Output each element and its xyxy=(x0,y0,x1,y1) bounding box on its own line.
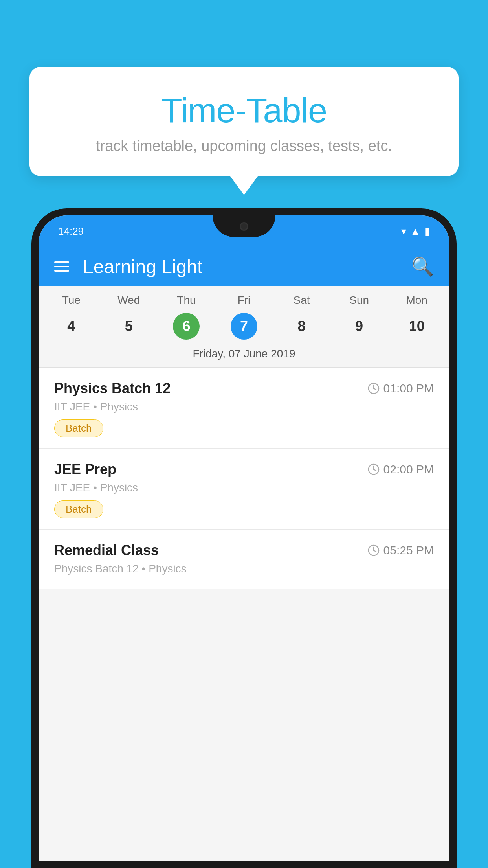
hamburger-line xyxy=(54,261,69,263)
hamburger-line xyxy=(54,270,69,272)
calendar-strip: Tue Wed Thu Fri Sat Sun Mon 4 5 xyxy=(39,286,449,367)
phone-inner: 14:29 ▾ ▲ ▮ Learning Light 🔍 xyxy=(39,215,449,861)
schedule-item-1[interactable]: Physics Batch 12 01:00 PM IIT JEE • Phys… xyxy=(39,368,449,449)
date-4[interactable]: 4 xyxy=(42,313,100,340)
schedule-time-text-3: 05:25 PM xyxy=(383,544,434,557)
app-title: Learning Light xyxy=(83,256,398,278)
day-name-sun: Sun xyxy=(330,294,388,307)
day-name-fri: Fri xyxy=(215,294,273,307)
selected-date-label: Friday, 07 June 2019 xyxy=(39,344,449,367)
tooltip-title: Time-Table xyxy=(49,90,439,131)
status-icons: ▾ ▲ ▮ xyxy=(401,225,430,237)
tooltip-subtitle: track timetable, upcoming classes, tests… xyxy=(49,138,439,154)
day-name-mon: Mon xyxy=(388,294,446,307)
svg-line-8 xyxy=(374,550,376,552)
schedule-name-3: Remedial Class xyxy=(54,542,159,559)
battery-icon: ▮ xyxy=(424,225,430,237)
calendar-days-header: Tue Wed Thu Fri Sat Sun Mon xyxy=(39,286,449,310)
schedule-name-2: JEE Prep xyxy=(54,461,116,478)
hamburger-line xyxy=(54,266,69,267)
schedule-time-text-2: 02:00 PM xyxy=(383,463,434,476)
schedule-meta-1: IIT JEE • Physics xyxy=(54,401,434,413)
clock-icon-3 xyxy=(368,544,380,556)
wifi-icon: ▾ xyxy=(401,225,406,237)
day-name-wed: Wed xyxy=(100,294,158,307)
phone-mockup: 14:29 ▾ ▲ ▮ Learning Light 🔍 xyxy=(31,208,457,868)
phone-outer: 14:29 ▾ ▲ ▮ Learning Light 🔍 xyxy=(31,208,457,868)
date-7-selected[interactable]: 7 xyxy=(215,313,273,340)
status-time: 14:29 xyxy=(58,225,84,237)
hamburger-menu-icon[interactable] xyxy=(54,261,69,272)
app-header: Learning Light 🔍 xyxy=(39,247,449,286)
date-5[interactable]: 5 xyxy=(100,313,158,340)
batch-badge-2: Batch xyxy=(54,500,103,518)
schedule-name-1: Physics Batch 12 xyxy=(54,380,171,397)
search-icon[interactable]: 🔍 xyxy=(411,256,434,277)
clock-icon-2 xyxy=(368,463,380,475)
signal-icon: ▲ xyxy=(410,225,420,237)
phone-notch xyxy=(213,215,275,237)
schedule-time-2: 02:00 PM xyxy=(368,463,434,476)
camera-dot xyxy=(240,222,248,231)
status-bar: 14:29 ▾ ▲ ▮ xyxy=(39,215,449,247)
date-9[interactable]: 9 xyxy=(330,313,388,340)
day-name-tue: Tue xyxy=(42,294,100,307)
schedule-meta-2: IIT JEE • Physics xyxy=(54,482,434,494)
clock-icon-1 xyxy=(368,383,380,394)
schedule-list: Physics Batch 12 01:00 PM IIT JEE • Phys… xyxy=(39,368,449,589)
schedule-meta-3: Physics Batch 12 • Physics xyxy=(54,563,434,575)
tooltip-card: Time-Table track timetable, upcoming cla… xyxy=(29,67,459,176)
batch-badge-1: Batch xyxy=(54,419,103,437)
schedule-item-2[interactable]: JEE Prep 02:00 PM IIT JEE • Physics Batc… xyxy=(39,449,449,530)
date-10[interactable]: 10 xyxy=(388,313,446,340)
schedule-time-1: 01:00 PM xyxy=(368,382,434,395)
calendar-dates: 4 5 6 7 8 9 xyxy=(39,310,449,344)
schedule-item-3[interactable]: Remedial Class 05:25 PM Physics Batch 12… xyxy=(39,530,449,589)
day-name-thu: Thu xyxy=(158,294,215,307)
date-8[interactable]: 8 xyxy=(273,313,330,340)
svg-line-2 xyxy=(374,388,376,390)
date-6-today[interactable]: 6 xyxy=(158,313,215,340)
day-name-sat: Sat xyxy=(273,294,330,307)
svg-line-5 xyxy=(374,469,376,471)
schedule-time-3: 05:25 PM xyxy=(368,544,434,557)
schedule-time-text-1: 01:00 PM xyxy=(383,382,434,395)
